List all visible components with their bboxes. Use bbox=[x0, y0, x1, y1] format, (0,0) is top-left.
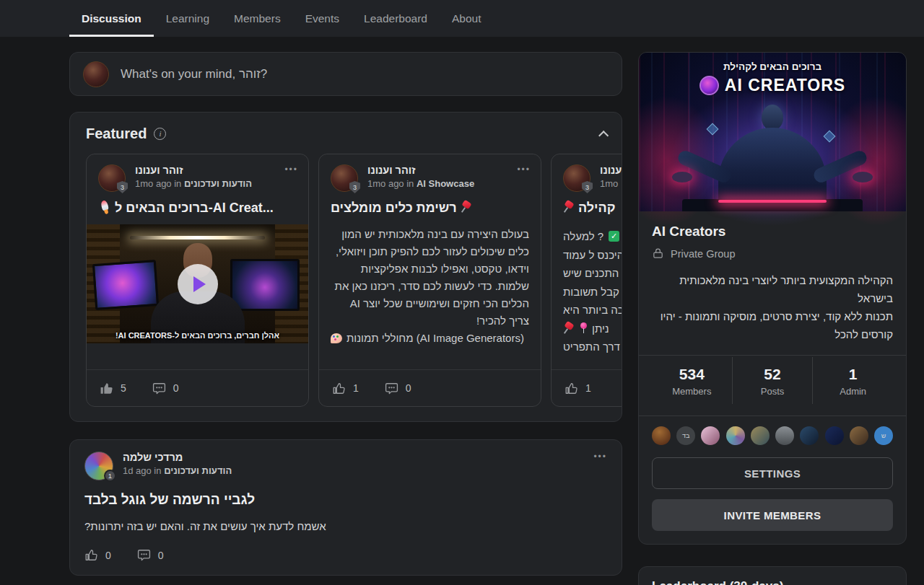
banner-text: ברוכים הבאים לקהילת AI CREATORS bbox=[639, 61, 906, 95]
stat-members[interactable]: 534 Members bbox=[652, 357, 732, 404]
invite-members-button[interactable]: INVITE MEMBERS bbox=[652, 499, 893, 531]
play-button[interactable] bbox=[178, 264, 218, 304]
member-avatar[interactable] bbox=[726, 426, 745, 445]
tab-about[interactable]: About bbox=[440, 0, 494, 37]
post-meta: 1d ago in הודעות ועדכונים bbox=[123, 465, 232, 476]
comment-count: 0 bbox=[158, 550, 164, 561]
member-avatar[interactable] bbox=[825, 426, 844, 445]
member-avatar[interactable] bbox=[775, 426, 794, 445]
pushpin-emoji bbox=[563, 201, 575, 214]
body-line: בה ביותר היא bbox=[563, 301, 622, 320]
tab-learning[interactable]: Learning bbox=[154, 0, 222, 37]
member-avatar[interactable] bbox=[800, 426, 819, 445]
featured-card-welcome[interactable]: 3 זוהר וענונו 1mo ago in הודעות ועדכונים… bbox=[86, 154, 309, 407]
like-button[interactable] bbox=[332, 382, 346, 395]
main-column: What's on your mind, זוהר? Featured i 3 bbox=[69, 52, 622, 576]
level-badge: 1 bbox=[104, 470, 116, 482]
author-name[interactable]: זוהר וענונו bbox=[600, 164, 622, 176]
leaderboard-title: Leaderboard (30-days) bbox=[652, 579, 893, 585]
post-time: 1mo ago in bbox=[135, 178, 181, 189]
comment-button[interactable] bbox=[152, 382, 166, 395]
member-avatar[interactable] bbox=[751, 426, 770, 445]
member-avatar[interactable] bbox=[850, 426, 868, 445]
current-user-avatar[interactable] bbox=[83, 61, 109, 87]
palette-emoji bbox=[331, 333, 342, 343]
comment-button[interactable] bbox=[385, 382, 398, 395]
post-title[interactable]: קהילה bbox=[552, 192, 622, 223]
divider bbox=[639, 355, 906, 356]
stat-posts[interactable]: 52 Posts bbox=[732, 357, 813, 404]
stat-label: Posts bbox=[733, 386, 813, 397]
post-channel[interactable]: AI Showcase bbox=[417, 178, 474, 189]
video-thumbnail[interactable]: אהלן חברים, ברוכים הבאים ל-AI CREATORS! bbox=[87, 224, 308, 343]
banner-welcome-text: ברוכים הבאים לקהילת bbox=[639, 61, 906, 72]
post-title[interactable]: רשימת כלים מומלצים bbox=[319, 192, 541, 223]
thumbs-up-icon bbox=[100, 382, 113, 395]
feed-post[interactable]: 1 מרדכי שלמה 1d ago in הודעות ועדכונים •… bbox=[69, 439, 622, 576]
author-name[interactable]: זוהר וענונו bbox=[367, 164, 474, 176]
author-avatar[interactable]: 1 bbox=[84, 452, 113, 480]
pushpin-emoji bbox=[563, 322, 575, 335]
thumb-decor bbox=[130, 236, 265, 239]
featured-card-header: 3 זוהר וענונו 1mo ago in הודעות ועדכונים… bbox=[87, 154, 308, 192]
like-button[interactable] bbox=[100, 382, 113, 395]
post-footer: 5 0 bbox=[87, 369, 308, 406]
member-avatars: בד ש bbox=[652, 426, 893, 445]
post-channel[interactable]: הודעות ועדכונים bbox=[184, 178, 252, 189]
group-privacy: Private Group bbox=[652, 247, 893, 260]
featured-card-community[interactable]: 3 זוהר וענונו 1mo קהילה ? למעלה✓ היכנס ל bbox=[551, 154, 622, 407]
thumbs-up-icon bbox=[565, 382, 578, 395]
banner-brand-text: AI CREATORS bbox=[725, 76, 845, 95]
comment-icon bbox=[137, 548, 151, 562]
featured-section: Featured i 3 זוהר וענונו 1mo ago in הודע… bbox=[69, 112, 622, 422]
play-icon bbox=[193, 276, 206, 292]
featured-card-header: 3 זוהר וענונו 1mo ago in AI Showcase ••• bbox=[319, 154, 541, 192]
post-header: 1 מרדכי שלמה 1d ago in הודעות ועדכונים •… bbox=[84, 452, 607, 480]
author-avatar[interactable]: 3 bbox=[331, 164, 358, 192]
banner-figure-hand bbox=[853, 172, 873, 182]
comment-icon bbox=[152, 382, 166, 395]
member-avatar[interactable]: בד bbox=[676, 426, 695, 445]
video-caption: אהלן חברים, ברוכים הבאים ל-AI CREATORS! bbox=[87, 331, 308, 340]
comment-button[interactable] bbox=[137, 548, 151, 562]
post-body: ? למעלה✓ היכנס ל עמוד התכנים שיש קבל תשו… bbox=[552, 223, 622, 356]
top-navigation: Discussion Learning Members Events Leade… bbox=[0, 0, 924, 37]
post-body: אשמח לדעת איך עושים את זה. והאם יש בזה י… bbox=[84, 520, 607, 532]
tab-events[interactable]: Events bbox=[293, 0, 352, 37]
group-banner[interactable]: ברוכים הבאים לקהילת AI CREATORS bbox=[639, 53, 906, 211]
more-options-icon[interactable]: ••• bbox=[593, 452, 607, 462]
tab-members[interactable]: Members bbox=[222, 0, 293, 37]
more-options-icon[interactable]: ••• bbox=[284, 164, 298, 175]
page-body: What's on your mind, זוהר? Featured i 3 bbox=[0, 37, 924, 585]
post-time: 1mo bbox=[600, 178, 618, 189]
like-button[interactable] bbox=[84, 548, 98, 562]
author-block: זוהר וענונו 1mo bbox=[600, 164, 622, 189]
tab-leaderboard[interactable]: Leaderboard bbox=[352, 0, 440, 37]
comment-count: 0 bbox=[406, 382, 411, 394]
body-line: ניתן bbox=[563, 320, 622, 338]
member-avatar[interactable] bbox=[701, 426, 720, 445]
more-options-icon[interactable]: ••• bbox=[517, 164, 531, 175]
like-button[interactable] bbox=[565, 382, 578, 395]
post-time: 1mo ago in bbox=[367, 178, 414, 189]
member-avatar[interactable]: ש bbox=[874, 426, 893, 445]
post-title[interactable]: ברוכים הבאים ל-AI Creat... bbox=[87, 192, 308, 223]
comment-icon bbox=[385, 382, 398, 395]
stat-value: 52 bbox=[733, 366, 813, 383]
post-meta: 1mo ago in AI Showcase bbox=[367, 178, 474, 189]
post-composer[interactable]: What's on your mind, זוהר? bbox=[69, 52, 622, 96]
tab-discussion[interactable]: Discussion bbox=[69, 0, 154, 37]
author-name[interactable]: מרדכי שלמה bbox=[123, 452, 232, 463]
body-line: התכנים שיש bbox=[563, 264, 622, 283]
stat-admins[interactable]: 1 Admin bbox=[812, 357, 893, 404]
chevron-up-icon[interactable] bbox=[598, 131, 609, 141]
author-name[interactable]: זוהר וענונו bbox=[135, 164, 252, 176]
member-avatar[interactable] bbox=[652, 426, 671, 445]
author-avatar[interactable]: 3 bbox=[563, 164, 590, 192]
post-title[interactable]: לגביי הרשמה של גוגל בלבד bbox=[84, 492, 607, 508]
post-channel[interactable]: הודעות ועדכונים bbox=[164, 465, 232, 476]
info-icon[interactable]: i bbox=[154, 128, 166, 140]
settings-button[interactable]: SETTINGS bbox=[652, 457, 893, 489]
author-avatar[interactable]: 3 bbox=[98, 164, 126, 192]
featured-card-tools[interactable]: 3 זוהר וענונו 1mo ago in AI Showcase •••… bbox=[318, 154, 541, 407]
